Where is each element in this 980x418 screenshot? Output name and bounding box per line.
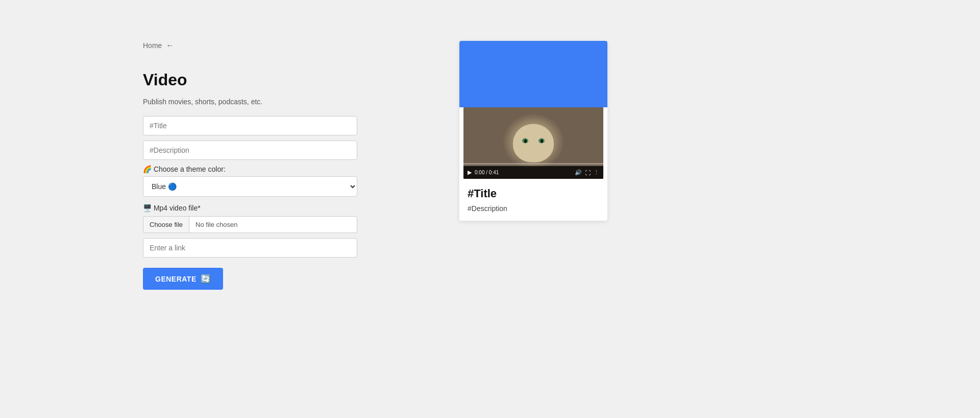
cat-eye-right	[538, 138, 545, 144]
file-choose-button[interactable]: Choose file	[143, 216, 189, 233]
preview-card: ▶ 0:00 / 0:41 🔊 ⛶ ⋮ #Title #Description	[459, 41, 607, 221]
preview-description: #Description	[468, 204, 599, 213]
description-input[interactable]	[143, 141, 357, 160]
file-input-wrapper: Choose file No file chosen	[143, 216, 357, 233]
color-label: 🌈 Choose a theme color:	[143, 165, 357, 173]
generate-button-label: GENERATE	[155, 275, 197, 283]
video-controls: ▶ 0:00 / 0:41 🔊 ⛶ ⋮	[463, 166, 603, 179]
preview-body: #Title #Description	[459, 179, 607, 221]
preview-title: #Title	[468, 187, 599, 200]
play-button[interactable]: ▶	[468, 169, 472, 176]
form-section: Home ← Video Publish movies, shorts, pod…	[143, 41, 357, 290]
video-progress-bar[interactable]	[463, 163, 603, 165]
breadcrumb-arrow: ←	[166, 41, 174, 50]
more-options-icon[interactable]: ⋮	[594, 169, 599, 176]
refresh-icon: 🔄	[201, 274, 211, 284]
breadcrumb: Home ←	[143, 41, 357, 50]
form-subtitle: Publish movies, shorts, podcasts, etc.	[143, 98, 357, 106]
volume-icon[interactable]: 🔊	[575, 169, 582, 176]
cat-eye-left	[522, 138, 528, 144]
breadcrumb-home[interactable]: Home	[143, 41, 162, 50]
link-input[interactable]	[143, 238, 357, 258]
file-label: 🖥️ Mp4 video file*	[143, 204, 357, 212]
title-input[interactable]	[143, 116, 357, 135]
color-select[interactable]: Blue 🔵 Red 🔴 Green 🟢 Yellow 🟡	[143, 176, 357, 197]
video-time: 0:00 / 0:41	[475, 170, 572, 175]
generate-button[interactable]: GENERATE 🔄	[143, 268, 223, 290]
cat-face	[513, 124, 554, 162]
file-no-chosen-label: No file chosen	[189, 216, 357, 233]
preview-section: ▶ 0:00 / 0:41 🔊 ⛶ ⋮ #Title #Description	[459, 41, 607, 221]
page-title: Video	[143, 71, 357, 89]
preview-video-container: ▶ 0:00 / 0:41 🔊 ⛶ ⋮	[463, 107, 603, 179]
preview-header	[459, 41, 607, 107]
fullscreen-icon[interactable]: ⛶	[585, 170, 591, 176]
